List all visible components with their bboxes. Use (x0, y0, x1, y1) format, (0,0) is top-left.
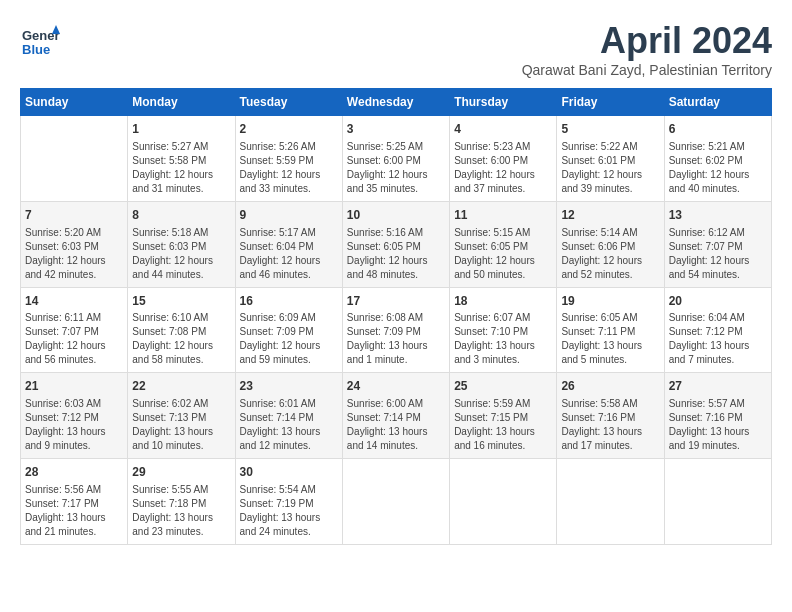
calendar-cell: 20Sunrise: 6:04 AM Sunset: 7:12 PM Dayli… (664, 287, 771, 373)
day-info: Sunrise: 5:20 AM Sunset: 6:03 PM Dayligh… (25, 226, 123, 282)
calendar-cell: 23Sunrise: 6:01 AM Sunset: 7:14 PM Dayli… (235, 373, 342, 459)
calendar-cell: 17Sunrise: 6:08 AM Sunset: 7:09 PM Dayli… (342, 287, 449, 373)
day-number: 8 (132, 207, 230, 224)
week-row-2: 14Sunrise: 6:11 AM Sunset: 7:07 PM Dayli… (21, 287, 772, 373)
day-number: 27 (669, 378, 767, 395)
day-info: Sunrise: 5:59 AM Sunset: 7:15 PM Dayligh… (454, 397, 552, 453)
page-header: General Blue April 2024 Qarawat Bani Zay… (20, 20, 772, 78)
logo: General Blue (20, 20, 60, 60)
calendar-cell: 15Sunrise: 6:10 AM Sunset: 7:08 PM Dayli… (128, 287, 235, 373)
calendar-cell: 22Sunrise: 6:02 AM Sunset: 7:13 PM Dayli… (128, 373, 235, 459)
calendar-cell: 3Sunrise: 5:25 AM Sunset: 6:00 PM Daylig… (342, 116, 449, 202)
calendar-cell: 2Sunrise: 5:26 AM Sunset: 5:59 PM Daylig… (235, 116, 342, 202)
column-header-tuesday: Tuesday (235, 89, 342, 116)
day-number: 29 (132, 464, 230, 481)
calendar-cell: 16Sunrise: 6:09 AM Sunset: 7:09 PM Dayli… (235, 287, 342, 373)
day-number: 17 (347, 293, 445, 310)
calendar-cell: 12Sunrise: 5:14 AM Sunset: 6:06 PM Dayli… (557, 201, 664, 287)
calendar-cell (557, 459, 664, 545)
calendar-cell: 4Sunrise: 5:23 AM Sunset: 6:00 PM Daylig… (450, 116, 557, 202)
calendar-cell (664, 459, 771, 545)
day-info: Sunrise: 6:07 AM Sunset: 7:10 PM Dayligh… (454, 311, 552, 367)
day-info: Sunrise: 5:16 AM Sunset: 6:05 PM Dayligh… (347, 226, 445, 282)
day-info: Sunrise: 6:05 AM Sunset: 7:11 PM Dayligh… (561, 311, 659, 367)
day-number: 25 (454, 378, 552, 395)
day-number: 9 (240, 207, 338, 224)
day-number: 15 (132, 293, 230, 310)
day-number: 23 (240, 378, 338, 395)
day-number: 12 (561, 207, 659, 224)
calendar-cell: 18Sunrise: 6:07 AM Sunset: 7:10 PM Dayli… (450, 287, 557, 373)
calendar-body: 1Sunrise: 5:27 AM Sunset: 5:58 PM Daylig… (21, 116, 772, 545)
column-header-monday: Monday (128, 89, 235, 116)
title-area: April 2024 Qarawat Bani Zayd, Palestinia… (522, 20, 772, 78)
day-number: 7 (25, 207, 123, 224)
day-info: Sunrise: 6:11 AM Sunset: 7:07 PM Dayligh… (25, 311, 123, 367)
day-info: Sunrise: 5:58 AM Sunset: 7:16 PM Dayligh… (561, 397, 659, 453)
calendar-cell (21, 116, 128, 202)
day-number: 28 (25, 464, 123, 481)
day-number: 16 (240, 293, 338, 310)
day-info: Sunrise: 5:17 AM Sunset: 6:04 PM Dayligh… (240, 226, 338, 282)
day-number: 26 (561, 378, 659, 395)
day-number: 18 (454, 293, 552, 310)
calendar-cell: 28Sunrise: 5:56 AM Sunset: 7:17 PM Dayli… (21, 459, 128, 545)
day-info: Sunrise: 5:57 AM Sunset: 7:16 PM Dayligh… (669, 397, 767, 453)
calendar-cell: 10Sunrise: 5:16 AM Sunset: 6:05 PM Dayli… (342, 201, 449, 287)
day-info: Sunrise: 5:23 AM Sunset: 6:00 PM Dayligh… (454, 140, 552, 196)
day-info: Sunrise: 6:04 AM Sunset: 7:12 PM Dayligh… (669, 311, 767, 367)
month-title: April 2024 (522, 20, 772, 62)
day-info: Sunrise: 5:25 AM Sunset: 6:00 PM Dayligh… (347, 140, 445, 196)
day-number: 2 (240, 121, 338, 138)
day-info: Sunrise: 5:22 AM Sunset: 6:01 PM Dayligh… (561, 140, 659, 196)
day-info: Sunrise: 6:00 AM Sunset: 7:14 PM Dayligh… (347, 397, 445, 453)
day-number: 5 (561, 121, 659, 138)
day-info: Sunrise: 6:10 AM Sunset: 7:08 PM Dayligh… (132, 311, 230, 367)
calendar-cell: 30Sunrise: 5:54 AM Sunset: 7:19 PM Dayli… (235, 459, 342, 545)
day-number: 10 (347, 207, 445, 224)
week-row-3: 21Sunrise: 6:03 AM Sunset: 7:12 PM Dayli… (21, 373, 772, 459)
calendar-cell: 29Sunrise: 5:55 AM Sunset: 7:18 PM Dayli… (128, 459, 235, 545)
calendar-cell: 8Sunrise: 5:18 AM Sunset: 6:03 PM Daylig… (128, 201, 235, 287)
calendar-cell (450, 459, 557, 545)
day-number: 4 (454, 121, 552, 138)
calendar-cell: 6Sunrise: 5:21 AM Sunset: 6:02 PM Daylig… (664, 116, 771, 202)
week-row-0: 1Sunrise: 5:27 AM Sunset: 5:58 PM Daylig… (21, 116, 772, 202)
day-number: 19 (561, 293, 659, 310)
day-info: Sunrise: 6:02 AM Sunset: 7:13 PM Dayligh… (132, 397, 230, 453)
column-header-friday: Friday (557, 89, 664, 116)
calendar-cell: 19Sunrise: 6:05 AM Sunset: 7:11 PM Dayli… (557, 287, 664, 373)
day-info: Sunrise: 5:26 AM Sunset: 5:59 PM Dayligh… (240, 140, 338, 196)
calendar-cell: 25Sunrise: 5:59 AM Sunset: 7:15 PM Dayli… (450, 373, 557, 459)
day-info: Sunrise: 6:03 AM Sunset: 7:12 PM Dayligh… (25, 397, 123, 453)
week-row-4: 28Sunrise: 5:56 AM Sunset: 7:17 PM Dayli… (21, 459, 772, 545)
day-info: Sunrise: 5:21 AM Sunset: 6:02 PM Dayligh… (669, 140, 767, 196)
calendar-cell: 9Sunrise: 5:17 AM Sunset: 6:04 PM Daylig… (235, 201, 342, 287)
calendar-cell: 11Sunrise: 5:15 AM Sunset: 6:05 PM Dayli… (450, 201, 557, 287)
day-number: 6 (669, 121, 767, 138)
calendar-cell (342, 459, 449, 545)
day-info: Sunrise: 5:27 AM Sunset: 5:58 PM Dayligh… (132, 140, 230, 196)
day-info: Sunrise: 6:12 AM Sunset: 7:07 PM Dayligh… (669, 226, 767, 282)
day-number: 13 (669, 207, 767, 224)
day-info: Sunrise: 6:01 AM Sunset: 7:14 PM Dayligh… (240, 397, 338, 453)
column-header-sunday: Sunday (21, 89, 128, 116)
calendar-cell: 24Sunrise: 6:00 AM Sunset: 7:14 PM Dayli… (342, 373, 449, 459)
calendar-cell: 5Sunrise: 5:22 AM Sunset: 6:01 PM Daylig… (557, 116, 664, 202)
day-info: Sunrise: 5:18 AM Sunset: 6:03 PM Dayligh… (132, 226, 230, 282)
calendar-cell: 27Sunrise: 5:57 AM Sunset: 7:16 PM Dayli… (664, 373, 771, 459)
svg-text:Blue: Blue (22, 42, 50, 57)
week-row-1: 7Sunrise: 5:20 AM Sunset: 6:03 PM Daylig… (21, 201, 772, 287)
day-number: 24 (347, 378, 445, 395)
column-header-thursday: Thursday (450, 89, 557, 116)
calendar-cell: 1Sunrise: 5:27 AM Sunset: 5:58 PM Daylig… (128, 116, 235, 202)
location: Qarawat Bani Zayd, Palestinian Territory (522, 62, 772, 78)
day-number: 3 (347, 121, 445, 138)
day-info: Sunrise: 6:08 AM Sunset: 7:09 PM Dayligh… (347, 311, 445, 367)
day-number: 22 (132, 378, 230, 395)
day-info: Sunrise: 5:55 AM Sunset: 7:18 PM Dayligh… (132, 483, 230, 539)
day-info: Sunrise: 6:09 AM Sunset: 7:09 PM Dayligh… (240, 311, 338, 367)
calendar-cell: 14Sunrise: 6:11 AM Sunset: 7:07 PM Dayli… (21, 287, 128, 373)
day-number: 11 (454, 207, 552, 224)
day-info: Sunrise: 5:15 AM Sunset: 6:05 PM Dayligh… (454, 226, 552, 282)
